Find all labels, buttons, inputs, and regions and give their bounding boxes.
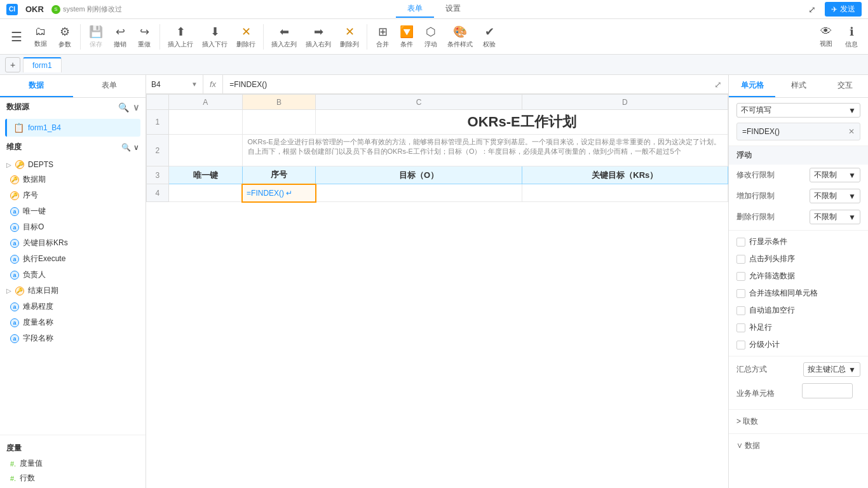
dim-item-xuhao[interactable]: 🔑 序号	[0, 187, 146, 203]
checkbox-row-subtotal[interactable]: 分级小计	[729, 336, 868, 353]
dim-text-icon-5: a	[10, 271, 19, 280]
toolbar-info[interactable]: ℹ 信息	[840, 22, 863, 51]
checkbox-row-merge-same[interactable]: 合并连续相同单元格	[729, 285, 868, 302]
right-formula-box[interactable]: =FINDEX() ✕	[736, 123, 860, 140]
sheet-tab-form1[interactable]: form1	[23, 57, 62, 72]
dim-item-target-o[interactable]: a 目标O	[0, 219, 146, 235]
share-button[interactable]: ✈ 发送	[825, 2, 862, 17]
toolbar-view[interactable]: 👁 视图	[815, 22, 837, 51]
add-row-limit-select[interactable]: 不限制 ▼	[810, 189, 860, 203]
cell-A3[interactable]: 唯一键	[168, 166, 242, 184]
checkbox-filter[interactable]	[736, 272, 745, 281]
datasource-item[interactable]: 📋 form1_B4	[5, 119, 140, 137]
toolbar-params[interactable]: ⚙ 参数	[53, 22, 76, 51]
toolbar-condition-style[interactable]: 🎨 条件样式	[444, 22, 477, 51]
cell-reference[interactable]: B4 ▼	[146, 75, 203, 93]
right-tab-interact[interactable]: 交互	[822, 75, 868, 97]
writable-select[interactable]: 不可填写 ▼	[736, 103, 860, 118]
grid-container[interactable]: A B C D 1 OKRs-E工作计划	[146, 94, 728, 488]
datasource-search-icon[interactable]: 🔍	[118, 102, 129, 112]
toolbar-insert-row-above[interactable]: ⬆ 插入上行	[164, 22, 197, 51]
cell-B4[interactable]: =FINDEX() ↵	[242, 184, 316, 202]
delete-row-limit-select[interactable]: 不限制 ▼	[810, 210, 860, 224]
cell-D3[interactable]: 关键目标（KRs）	[522, 166, 728, 184]
checkbox-fill-rows[interactable]	[736, 323, 745, 332]
dimension-expand-icon[interactable]: ∨	[133, 143, 139, 152]
checkbox-subtotal[interactable]	[736, 341, 745, 349]
info-icon: ℹ	[850, 25, 854, 39]
checkbox-row-sort[interactable]: 点击列头排序	[729, 250, 868, 268]
dim-item-measure-name[interactable]: a 度量名称	[0, 315, 146, 330]
cell-D4[interactable]	[522, 184, 728, 202]
dim-item-unique-key[interactable]: a 唯一键	[0, 203, 146, 219]
cell-C4[interactable]	[316, 184, 522, 202]
checkbox-row-auto-append[interactable]: 自动追加空行	[729, 302, 868, 319]
cell-C3[interactable]: 目标（O）	[316, 166, 522, 184]
add-sheet-button[interactable]: +	[5, 57, 20, 72]
toolbar-data[interactable]: 🗂 数据	[29, 22, 52, 51]
checkbox-sort[interactable]	[736, 255, 745, 264]
formula-input[interactable]: =FINDEX()	[223, 80, 708, 89]
cell-B3[interactable]: 序号	[242, 166, 316, 184]
system-status: S system 刚刚修改过	[51, 4, 122, 14]
dim-text-icon-7: a	[10, 318, 19, 327]
right-tab-style[interactable]: 样式	[775, 75, 822, 97]
checkbox-display-condition[interactable]	[736, 238, 745, 247]
cell-B2[interactable]: OKRs-E是企业进行目标管理的一个简单有效的方法，能够将目标管理员上而下贯穿到…	[242, 135, 728, 166]
dim-item-DEPTS[interactable]: ▷ 🔑 DEPTS	[0, 158, 146, 172]
toolbar-insert-col-left[interactable]: ⬅ 插入左列	[268, 22, 301, 51]
col-header-B[interactable]: B	[242, 95, 316, 110]
business-cell-input[interactable]	[802, 383, 853, 398]
datasource-header: 数据源 🔍 ∨	[0, 98, 146, 116]
cell-A2[interactable]	[168, 135, 242, 166]
checkbox-row-filter[interactable]: 允许筛选数据	[729, 268, 868, 285]
toolbar-undo[interactable]: ↩ 撤销	[109, 22, 132, 51]
toolbar-save[interactable]: 💾 保存	[85, 22, 107, 51]
toolbar-condition[interactable]: 🔽 条件	[395, 22, 418, 51]
right-tab-cell[interactable]: 单元格	[729, 75, 775, 97]
title-tab-settings[interactable]: 设置	[434, 1, 472, 18]
title-tab-form[interactable]: 表单	[396, 1, 434, 18]
checkbox-merge-same[interactable]	[736, 289, 745, 298]
datasource-expand-icon[interactable]: ∨	[133, 102, 139, 112]
toolbar-redo[interactable]: ↪ 重做	[133, 22, 156, 51]
formula-close-icon[interactable]: ✕	[848, 127, 855, 136]
col-header-D[interactable]: D	[522, 95, 728, 110]
measure-item-value[interactable]: #. 度量值	[0, 456, 146, 471]
checkbox-row-fill-rows[interactable]: 补足行	[729, 319, 868, 336]
view-expand-icon[interactable]: ⤢	[804, 2, 820, 17]
dim-item-difficulty[interactable]: a 难易程度	[0, 299, 146, 315]
dim-item-field-name[interactable]: a 字段名称	[0, 330, 146, 346]
summary-method-select[interactable]: 按主键汇总 ▼	[803, 362, 860, 377]
cell-B1[interactable]	[242, 110, 316, 135]
toolbar-delete-row[interactable]: ✕ 删除行	[233, 22, 259, 51]
dim-item-krs[interactable]: a 关键目标KRs	[0, 235, 146, 251]
toolbar-insert-col-right[interactable]: ➡ 插入右列	[302, 22, 335, 51]
expand-data[interactable]: ∨ 数据	[729, 437, 868, 455]
dim-item-execute[interactable]: a 执行Execute	[0, 251, 146, 267]
cell-A4[interactable]	[168, 184, 242, 202]
col-header-C[interactable]: C	[316, 95, 522, 110]
cell-C1[interactable]: OKRs-E工作计划	[316, 110, 728, 135]
formula-expand-icon[interactable]: ⤢	[708, 79, 728, 90]
toolbar-menu[interactable]: ☰	[5, 27, 28, 47]
left-tab-form[interactable]: 表单	[73, 75, 146, 97]
toolbar-insert-row-below[interactable]: ⬇ 插入下行	[198, 22, 231, 51]
dim-item-dataqiode[interactable]: 🔑 数据期	[0, 172, 146, 187]
dim-item-responsible[interactable]: a 负责人	[0, 267, 146, 283]
expand-qusu[interactable]: > 取数	[729, 412, 868, 431]
dimension-search-icon[interactable]: 🔍	[121, 143, 131, 152]
cell-A1[interactable]	[168, 110, 242, 135]
modify-row-limit-label: 修改行限制	[736, 170, 775, 180]
toolbar-verify[interactable]: ✔ 权验	[478, 22, 501, 51]
col-header-A[interactable]: A	[168, 95, 242, 110]
dim-item-end-date[interactable]: ▷ 🔑 结束日期	[0, 283, 146, 299]
measure-item-count[interactable]: #. 行数	[0, 471, 146, 485]
toolbar-delete-col[interactable]: ✕ 删除列	[336, 22, 363, 51]
checkbox-auto-append[interactable]	[736, 306, 745, 315]
toolbar-merge[interactable]: ⊞ 合并	[371, 22, 394, 51]
modify-row-limit-select[interactable]: 不限制 ▼	[810, 168, 860, 182]
checkbox-row-display-condition[interactable]: 行显示条件	[729, 233, 868, 250]
toolbar-float[interactable]: ⬡ 浮动	[419, 22, 442, 51]
left-tab-data[interactable]: 数据	[0, 75, 73, 97]
